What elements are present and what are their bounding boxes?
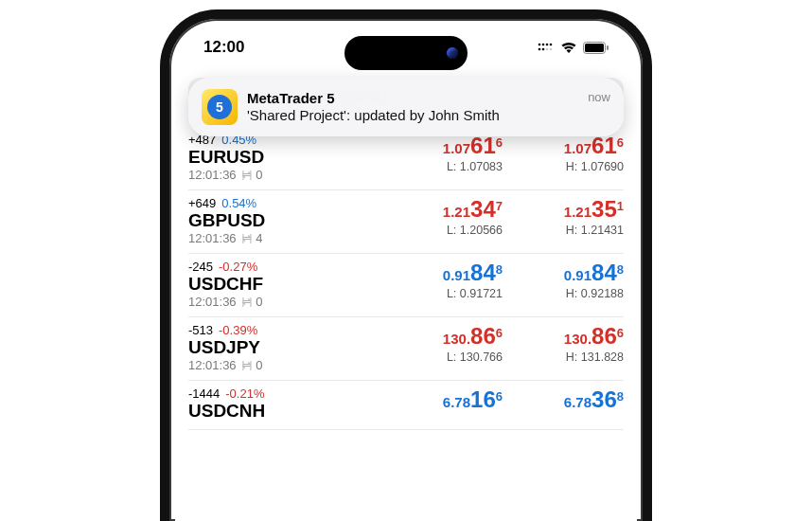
power-button xyxy=(641,208,645,294)
low-value: L: 1.20566 xyxy=(408,224,503,237)
battery-icon xyxy=(583,42,609,54)
notification-text: MetaTrader 5 'Shared Project': updated b… xyxy=(247,90,578,124)
quote-row[interactable]: +6490.54%GBPUSD12:01:36|⇌|41.21347L: 1.2… xyxy=(188,190,624,254)
svg-point-4 xyxy=(538,48,541,51)
svg-point-5 xyxy=(542,48,545,51)
change-points: -1444 xyxy=(188,386,220,401)
spread-value: 0 xyxy=(256,168,262,182)
ask-price: 1.21351 xyxy=(529,196,624,223)
change-percent: -0.39% xyxy=(219,323,257,337)
spread-icon: |⇌| xyxy=(242,359,251,371)
ask-price: 1.07616 xyxy=(529,133,624,159)
change-percent: 0.54% xyxy=(221,196,256,210)
symbol: USDCHF xyxy=(188,274,406,295)
spread-icon: |⇌| xyxy=(242,232,251,244)
quote-row[interactable]: -245-0.27%USDCHF12:01:36|⇌|00.91848L: 0.… xyxy=(188,254,624,317)
dynamic-island xyxy=(344,36,468,70)
notification-banner[interactable]: 5 MetaTrader 5 'Shared Project': updated… xyxy=(188,78,624,136)
bid-price: 0.91848 xyxy=(408,260,503,286)
notification-time: now xyxy=(588,90,610,104)
low-value: L: 130.766 xyxy=(408,350,503,364)
quote-time: 12:01:36 xyxy=(188,168,237,182)
high-value: H: 1.07690 xyxy=(529,160,624,173)
high-value: H: 1.21431 xyxy=(529,224,624,237)
change-percent: -0.27% xyxy=(219,260,257,274)
app-icon: 5 xyxy=(202,89,238,125)
spread-value: 0 xyxy=(256,295,262,309)
svg-point-3 xyxy=(550,44,553,46)
bid-price: 6.78166 xyxy=(408,386,503,413)
quotes-list[interactable]: +4870.45%EURUSD12:01:36|⇌|01.07616L: 1.0… xyxy=(175,123,637,430)
status-indicators xyxy=(538,42,609,54)
ask-price: 130.866 xyxy=(529,323,624,350)
svg-point-2 xyxy=(546,44,549,46)
quote-row[interactable]: -1444-0.21%USDCNH6.781666.78368 xyxy=(188,381,624,430)
svg-point-6 xyxy=(546,48,549,51)
spread-value: 0 xyxy=(256,358,262,372)
symbol: USDCNH xyxy=(188,401,406,422)
change-percent: -0.21% xyxy=(225,386,264,401)
quote-time: 12:01:36 xyxy=(188,231,237,245)
app-icon-label: 5 xyxy=(207,95,232,119)
phone-frame: 12:00 enter symbol for search +4870.45%E… xyxy=(160,9,652,521)
cellular-icon xyxy=(538,42,555,53)
ask-price: 6.78368 xyxy=(529,386,624,413)
svg-rect-9 xyxy=(585,44,604,52)
symbol: USDJPY xyxy=(188,337,406,358)
notification-title: MetaTrader 5 xyxy=(247,90,578,107)
wifi-icon xyxy=(560,42,577,54)
ask-price: 0.91848 xyxy=(529,260,624,286)
volume-buttons xyxy=(167,171,171,371)
svg-point-0 xyxy=(538,44,541,46)
symbol: EURUSD xyxy=(188,147,406,168)
low-value: L: 1.07083 xyxy=(408,160,503,173)
quote-row[interactable]: +4870.45%EURUSD12:01:36|⇌|01.07616L: 1.0… xyxy=(188,127,624,190)
high-value: H: 131.828 xyxy=(529,350,624,364)
notification-body: 'Shared Project': updated by John Smith xyxy=(247,107,578,124)
status-time: 12:00 xyxy=(203,38,244,57)
quote-time: 12:01:36 xyxy=(188,295,237,309)
bid-price: 130.866 xyxy=(408,323,503,350)
camera-icon xyxy=(447,47,458,59)
svg-point-1 xyxy=(542,44,545,46)
svg-point-7 xyxy=(550,48,553,51)
quote-time: 12:01:36 xyxy=(188,358,237,372)
spread-icon: |⇌| xyxy=(242,296,251,308)
bid-price: 1.07616 xyxy=(408,133,503,159)
spread-value: 4 xyxy=(256,231,262,245)
low-value: L: 0.91721 xyxy=(408,287,503,300)
change-points: -513 xyxy=(188,323,213,337)
change-points: +649 xyxy=(188,196,216,210)
bid-price: 1.21347 xyxy=(408,196,503,223)
quote-row[interactable]: -513-0.39%USDJPY12:01:36|⇌|0130.866L: 13… xyxy=(188,317,624,381)
change-points: -245 xyxy=(188,260,213,274)
spread-icon: |⇌| xyxy=(242,169,251,181)
symbol: GBPUSD xyxy=(188,210,406,231)
svg-rect-10 xyxy=(607,45,609,50)
high-value: H: 0.92188 xyxy=(529,287,624,300)
